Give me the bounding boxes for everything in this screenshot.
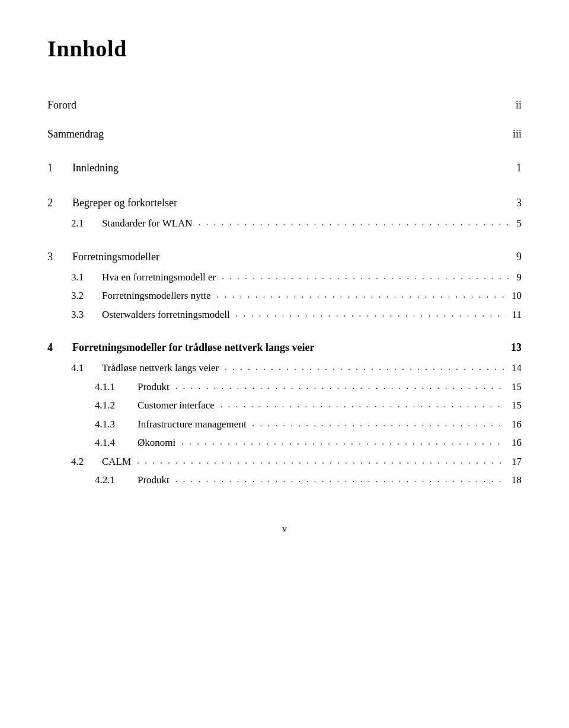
toc-page-ch3: 9 (516, 249, 522, 265)
toc-page-sec4-1-4: 16 (512, 435, 522, 451)
toc-dots-sec3-3 (236, 308, 506, 320)
toc-dots-sec4-1-1 (175, 380, 506, 392)
toc-page-sec4-1: 14 (512, 360, 522, 376)
toc-dots-sec3-1 (222, 270, 510, 283)
toc-dots-sec4-1-4 (181, 436, 506, 448)
toc-label-sec4-1-2: Customer interface (138, 398, 215, 413)
toc-label-ch2: Begreper og forkortelser (72, 195, 177, 211)
toc-label-ch4: Forretningsmodeller for trådløse nettver… (72, 340, 314, 356)
page-title: Innhold (47, 36, 522, 62)
toc-entry-ch3: 3 Forretningsmodeller 9 (47, 249, 522, 265)
toc-page-sec4-1-1: 15 (512, 379, 522, 395)
toc-page-sec3-2: 10 (512, 288, 522, 304)
toc-number-sec4-1-2: 4.1.2 (95, 398, 130, 413)
toc-number-ch3: 3 (47, 249, 65, 265)
toc-entry-sec2-1: 2.1 Standarder for WLAN 5 (47, 216, 522, 231)
toc-number-sec2-1: 2.1 (71, 216, 95, 231)
toc-entry-sec4-2-1: 4.2.1 Produkt 18 (47, 472, 522, 488)
toc-entry-forord: Forord ii (47, 97, 522, 113)
toc-dots-sec4-1 (225, 361, 506, 373)
toc-number-sec3-3: 3.3 (71, 307, 95, 323)
toc-number-ch2: 2 (47, 195, 65, 211)
toc-page-sec4-1-2: 15 (512, 398, 522, 413)
toc-entry-sec4-1-1: 4.1.1 Produkt 15 (47, 379, 522, 395)
toc-entry-ch1: 1 Innledning 1 (47, 160, 522, 176)
toc-label-sec3-1: Hva en forretningsmodell er (102, 270, 216, 285)
toc-entry-sec4-1: 4.1 Trådløse nettverk langs veier 14 (47, 360, 522, 376)
toc-label-sec2-1: Standarder for WLAN (102, 216, 193, 231)
toc-entry-sec3-2: 3.2 Forretningsmodellers nytte 10 (47, 288, 522, 304)
footer-page-number: v (47, 523, 522, 534)
toc-number-sec4-2-1: 4.2.1 (95, 472, 130, 488)
toc-entry-sec4-2: 4.2 CALM 17 (47, 454, 522, 470)
toc-label-sec4-1: Trådløse nettverk langs veier (102, 360, 219, 376)
toc-page-ch4: 13 (511, 340, 522, 356)
toc-page-ch1: 1 (516, 160, 522, 176)
toc-page-sec2-1: 5 (517, 216, 522, 231)
toc-entry-sec4-1-2: 4.1.2 Customer interface 15 (47, 398, 522, 413)
toc-label-sec3-3: Osterwalders forretningsmodell (102, 307, 230, 323)
toc-dots-sec4-2-1 (175, 473, 506, 486)
toc-entry-sec4-1-4: 4.1.4 Økonomi 16 (47, 435, 522, 451)
toc-label-sammendrag: Sammendrag (47, 126, 104, 142)
toc-entry-sec4-1-3: 4.1.3 Infrastructure management 16 (47, 417, 522, 432)
toc-dots-sec2-1 (199, 216, 511, 229)
toc-label-ch3: Forretningsmodeller (72, 249, 159, 265)
toc-page-sec4-2-1: 18 (512, 472, 522, 488)
toc-number-sec3-1: 3.1 (71, 270, 95, 285)
toc-page-sec4-2: 17 (512, 454, 522, 470)
toc-number-sec3-2: 3.2 (71, 288, 95, 304)
toc-label-sec3-2: Forretningsmodellers nytte (102, 288, 211, 304)
toc-page-sec4-1-3: 16 (512, 417, 522, 432)
toc-page-sec3-3: 11 (512, 307, 522, 323)
toc-entry-sammendrag: Sammendrag iii (47, 126, 522, 142)
toc-entry-sec3-1: 3.1 Hva en forretningsmodell er 9 (47, 270, 522, 285)
toc-entry-ch2: 2 Begreper og forkortelser 3 (47, 195, 522, 211)
toc-entry-ch4: 4 Forretningsmodeller for trådløse nettv… (47, 340, 522, 356)
toc-number-sec4-1: 4.1 (71, 360, 95, 376)
toc-label-ch1: Innledning (72, 160, 119, 176)
toc-label-sec4-1-1: Produkt (138, 379, 170, 395)
toc-page-sammendrag: iii (513, 126, 522, 142)
toc-entry-sec3-3: 3.3 Osterwalders forretningsmodell 11 (47, 307, 522, 323)
toc-number-sec4-1-4: 4.1.4 (95, 435, 130, 451)
toc-label-sec4-1-3: Infrastructure management (138, 417, 247, 432)
toc-number-sec4-1-1: 4.1.1 (95, 379, 130, 395)
toc-label-sec4-2-1: Produkt (138, 472, 170, 488)
toc-dots-sec4-1-2 (220, 398, 506, 411)
toc-number-ch1: 1 (47, 160, 65, 176)
toc-dots-sec3-2 (217, 289, 506, 301)
toc-label-sec4-2: CALM (102, 454, 131, 470)
toc-dots-sec4-1-3 (252, 417, 506, 430)
toc-number-sec4-2: 4.2 (71, 454, 95, 470)
toc-label-forord: Forord (47, 97, 76, 113)
toc-page-sec3-1: 9 (517, 270, 522, 285)
toc-number-ch4: 4 (47, 340, 65, 356)
toc-page-ch2: 3 (516, 195, 522, 211)
table-of-contents: Forord ii Sammendrag iii 1 Innledning 1 … (47, 97, 522, 488)
toc-label-sec4-1-4: Økonomi (138, 435, 175, 451)
toc-page-forord: ii (516, 97, 522, 113)
toc-dots-sec4-2 (137, 455, 506, 467)
toc-number-sec4-1-3: 4.1.3 (95, 417, 130, 432)
